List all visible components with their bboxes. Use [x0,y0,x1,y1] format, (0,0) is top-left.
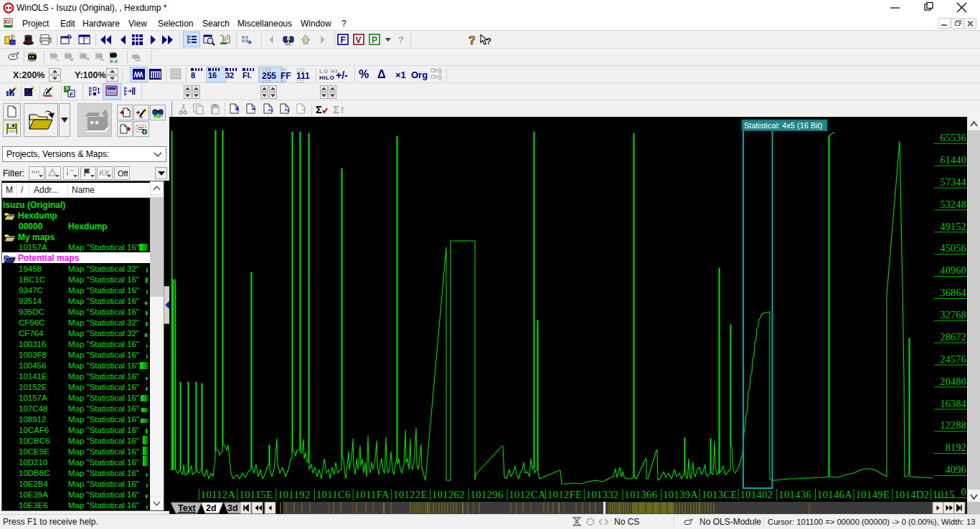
svg-text:10112A: 10112A [201,489,236,500]
svg-text:61440: 61440 [941,155,967,166]
svg-text:1011FA: 1011FA [355,489,390,500]
svg-text:F: F [341,35,346,45]
svg-text:ia: ia [139,115,143,119]
svg-text:1012FE: 1012FE [547,489,582,500]
svg-text:10149E: 10149E [856,489,890,500]
svg-text:=: = [56,57,60,63]
svg-text:?: ? [468,34,476,47]
svg-text:?: ? [398,34,404,45]
svg-text:10139A: 10139A [663,489,698,500]
svg-text:IOI: IOI [5,19,11,24]
svg-text:16384: 16384 [941,399,967,409]
svg-text:V: V [356,35,362,45]
svg-text:+x: +x [284,108,290,113]
svg-text:!: ! [341,105,344,115]
svg-text:20480: 20480 [941,376,967,387]
svg-text:10122E: 10122E [393,489,428,500]
svg-text:Σ: Σ [316,103,322,115]
svg-text:101262: 101262 [432,489,465,500]
svg-text:4096: 4096 [946,464,966,475]
svg-text:101332: 101332 [586,489,619,500]
svg-text:40960: 40960 [941,265,967,276]
svg-text:101192: 101192 [278,489,310,500]
svg-text:49152: 49152 [941,221,967,232]
svg-text:45056: 45056 [941,243,967,254]
svg-text:28672: 28672 [941,332,967,343]
svg-text:3d: 3d [227,503,238,513]
svg-text:101..: 101.. [285,42,293,46]
svg-text:Statistical: 4x5 (16 Bit): Statistical: 4x5 (16 Bit) [744,121,822,130]
svg-text:101402: 101402 [740,489,773,500]
svg-text:?: ? [486,37,491,47]
svg-text:Off: Off [118,169,128,178]
svg-text:101296: 101296 [471,489,504,500]
svg-text:1011C6: 1011C6 [316,489,351,500]
svg-text:1015: 1015 [933,489,955,500]
svg-text:65536: 65536 [941,133,967,143]
svg-text:32768: 32768 [941,310,967,320]
svg-text:#-#: #-# [110,58,118,64]
svg-text:1014D2: 1014D2 [894,489,929,500]
svg-text:24576: 24576 [941,354,967,365]
svg-text:101436: 101436 [778,489,811,500]
svg-text:36864: 36864 [941,287,967,298]
svg-text:57344: 57344 [941,177,967,188]
svg-text:1013CE: 1013CE [702,489,738,500]
svg-text:HP: HP [154,113,163,120]
svg-text:F: F [70,91,73,97]
svg-text:101366: 101366 [625,489,658,500]
svg-text:Σ: Σ [333,103,339,115]
svg-text:0: 0 [961,487,966,497]
svg-text:2d: 2d [206,503,217,513]
svg-text:53248: 53248 [941,199,967,210]
svg-text:P: P [372,35,377,45]
svg-text:Text: Text [178,503,197,513]
svg-text:1012CA: 1012CA [509,489,546,500]
svg-text:=x: =x [268,108,273,113]
svg-text:12288: 12288 [941,420,967,431]
svg-text:8192: 8192 [946,442,966,453]
svg-text:10146A: 10146A [817,489,852,500]
svg-text:10115E: 10115E [240,489,273,500]
